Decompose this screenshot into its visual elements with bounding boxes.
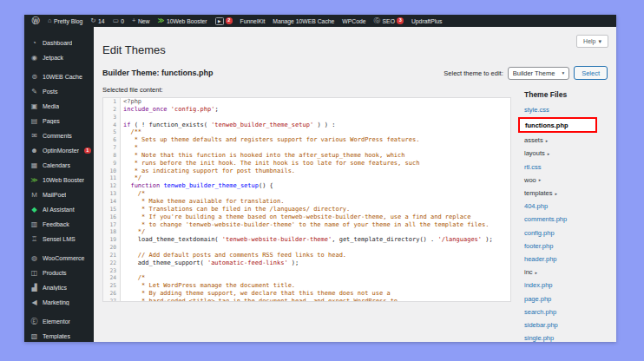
theme-file-label: footer.php: [524, 242, 553, 250]
theme-file-item[interactable]: footer.php: [518, 240, 608, 253]
updraftplus-item[interactable]: UpdraftPlus: [407, 15, 446, 27]
manage-10web-cache-item[interactable]: Manage 10WEB Cache: [269, 15, 338, 27]
theme-select-value: Builder Theme: [513, 69, 555, 77]
sidebar-item-10web-booster[interactable]: ≫10Web Booster: [24, 173, 94, 187]
sidebar-item-calendars[interactable]: ▦Calendars: [24, 158, 94, 173]
theme-file-item[interactable]: index.php: [518, 279, 608, 292]
line-number: 19: [103, 236, 120, 244]
sidebar-item-mailpoet[interactable]: MMailPoet: [24, 187, 94, 202]
wordpress-admin-window: Ⓦ⌂Pretty Blog↻14▭0+New≫10Web Booster▶2Fu…: [24, 15, 616, 342]
sidebar-item-jetpack[interactable]: ◉Jetpack: [24, 50, 94, 65]
sidebar-item-media[interactable]: ▣Media: [24, 99, 94, 114]
theme-file-label: sidebar.php: [524, 321, 558, 329]
page-title: Edit Themes: [102, 43, 608, 56]
help-button[interactable]: Help ▾: [576, 35, 608, 48]
video-plugin-item[interactable]: ▶2: [211, 15, 236, 27]
site-name-item[interactable]: ⌂Pretty Blog: [44, 15, 87, 27]
folder-arrow-icon: ▸: [539, 177, 542, 182]
code-text: // Add default posts and comments RSS fe…: [120, 252, 346, 259]
line-number: 4: [103, 121, 120, 129]
sidebar-item-templates[interactable]: ▧Templates: [24, 329, 94, 342]
wpcode-item[interactable]: WPCode: [338, 15, 370, 27]
theme-file-item[interactable]: templates▸: [518, 187, 608, 200]
theme-file-item[interactable]: functions.php: [518, 117, 597, 133]
line-number: 14: [103, 198, 120, 206]
theme-file-item[interactable]: woo▸: [518, 174, 608, 187]
theme-file-item[interactable]: comments.php: [518, 213, 608, 226]
code-line: 2include_once 'config.php';: [103, 106, 510, 114]
line-number: 22: [103, 259, 120, 267]
new-content-label: New: [138, 18, 150, 24]
line-number: 11: [103, 174, 120, 182]
sidebar-item-elementor[interactable]: ⒺElementor: [24, 314, 94, 329]
sidebar-item-marketing[interactable]: ◀Marketing: [24, 295, 94, 310]
theme-file-item[interactable]: single.php: [518, 331, 608, 342]
code-line: 10 * as indicating support for post thum…: [103, 167, 510, 175]
code-line: 26 * By adding theme support, we declare…: [103, 290, 510, 298]
theme-file-item[interactable]: assets▸: [518, 134, 608, 147]
sidebar-item-woocommerce[interactable]: ◍WooCommerce: [24, 251, 94, 266]
comments-item[interactable]: ▭0: [108, 15, 128, 27]
theme-file-item[interactable]: style.css: [518, 103, 608, 116]
code-line: 21 // Add default posts and comments RSS…: [103, 252, 510, 259]
sidebar-item-sensei-lms[interactable]: ♖Sensei LMS: [24, 232, 94, 246]
theme-file-item[interactable]: rtl.css: [518, 161, 608, 174]
theme-file-item[interactable]: inc▸: [518, 266, 608, 279]
site-name-label: Pretty Blog: [54, 18, 82, 24]
code-text: * Sets up theme defaults and registers s…: [120, 136, 419, 144]
theme-file-label: layouts: [524, 149, 545, 157]
sensei-lms-icon: ♖: [30, 236, 38, 243]
theme-select[interactable]: Builder Theme ▾: [508, 67, 569, 80]
theme-file-label: woo: [524, 176, 536, 184]
code-line: 14 * Make theme available for translatio…: [103, 198, 510, 206]
tenweb-booster-item[interactable]: ≫10Web Booster: [154, 15, 211, 27]
update-icon: ↻: [90, 17, 95, 24]
code-line: 19 load_theme_textdomain( 'tenweb-websit…: [103, 236, 510, 244]
sidebar-item-dashboard[interactable]: ◔Dashboard: [24, 36, 94, 50]
theme-file-item[interactable]: 404.php: [518, 200, 608, 213]
theme-file-label: templates: [524, 189, 553, 197]
optinmonster-icon: ☻: [30, 148, 38, 154]
woocommerce-icon: ◍: [30, 255, 38, 262]
theme-file-item[interactable]: search.php: [518, 305, 608, 318]
admin-sidebar: ◔Dashboard◉Jetpack⊚10WEB Cache✎Posts▣Med…: [24, 27, 94, 342]
sidebar-item-pages[interactable]: ▤Pages: [24, 114, 94, 128]
sidebar-item-10web-cache[interactable]: ⊚10WEB Cache: [24, 69, 94, 84]
theme-file-item[interactable]: page.php: [518, 292, 608, 305]
sidebar-item-comments[interactable]: ✉Comments: [24, 128, 94, 143]
updates-item[interactable]: ↻14: [87, 15, 108, 27]
line-number: 8: [103, 152, 120, 160]
line-number: 26: [103, 290, 120, 298]
select-theme-button[interactable]: Select: [574, 66, 608, 80]
seo-item[interactable]: ⒼSEO3: [370, 15, 407, 27]
code-text: [120, 267, 123, 275]
code-editor[interactable]: 1<?php2include_once 'config.php';34if ( …: [102, 97, 511, 302]
theme-file-item[interactable]: layouts▸: [518, 147, 608, 160]
line-number: 15: [103, 206, 120, 213]
sidebar-item-posts[interactable]: ✎Posts: [24, 84, 94, 99]
line-number: 23: [103, 267, 120, 275]
theme-file-item[interactable]: sidebar.php: [518, 318, 608, 331]
theme-file-item[interactable]: config.php: [518, 226, 608, 240]
sidebar-item-products[interactable]: ◫Products: [24, 266, 94, 280]
sidebar-item-label: Comments: [43, 133, 72, 139]
new-content-item[interactable]: +New: [128, 15, 154, 27]
wordpress-icon: Ⓦ: [32, 16, 41, 25]
notification-badge: 1: [84, 148, 91, 154]
folder-arrow-icon: ▸: [546, 138, 549, 143]
theme-select-group: Select theme to edit: Builder Theme ▾ Se…: [444, 66, 608, 80]
marketing-icon: ◀: [30, 299, 38, 306]
theme-file-label: header.php: [524, 255, 557, 263]
posts-icon: ✎: [30, 89, 38, 95]
sidebar-item-ai-assistant[interactable]: ◆AI Assistant: [24, 202, 94, 217]
theme-file-label: functions.php: [525, 121, 568, 129]
video-icon: ▶: [215, 17, 224, 25]
sidebar-item-optinmonster[interactable]: ☻OptinMonster1: [24, 143, 94, 158]
sidebar-item-feedback[interactable]: ▥Feedback: [24, 217, 94, 232]
chevron-down-icon: ▾: [562, 70, 564, 75]
line-number: 27: [103, 298, 120, 302]
theme-file-item[interactable]: header.php: [518, 253, 608, 266]
funnelkit-item[interactable]: FunnelKit: [236, 15, 269, 27]
sidebar-item-analytics[interactable]: ▟Analytics: [24, 280, 94, 295]
wordpress-logo-item[interactable]: Ⓦ: [28, 15, 44, 27]
